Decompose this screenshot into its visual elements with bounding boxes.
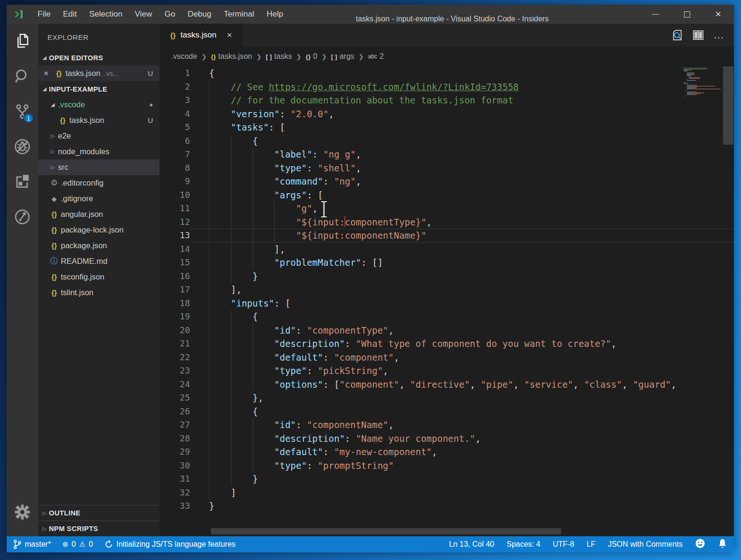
code-line[interactable]: 28 "description": "Name your component."… <box>160 432 734 446</box>
notifications-bell-icon[interactable] <box>718 538 727 551</box>
code-token: "inputs" <box>231 298 275 308</box>
source-control-icon[interactable]: 1 <box>7 94 38 129</box>
code-line[interactable]: 3 // for the documentation about the tas… <box>160 93 734 107</box>
code-line[interactable]: 31 } <box>160 472 734 486</box>
gauge-extension-icon[interactable] <box>7 199 38 234</box>
encoding-setting[interactable]: UTF-8 <box>553 540 574 549</box>
tree-item--editorconfig[interactable]: ⚙.editorconfig <box>38 175 160 191</box>
line-number: 11 <box>160 202 190 215</box>
tab-close-icon[interactable]: × <box>227 30 232 40</box>
settings-gear-icon[interactable] <box>7 495 38 530</box>
tab-tasks-json[interactable]: {} tasks.json × <box>160 24 243 47</box>
code-line[interactable]: 1{ <box>160 66 734 80</box>
code-line[interactable]: 5 "tasks": [ <box>160 121 734 134</box>
code-line[interactable]: 24 "options": ["component", "directive",… <box>160 378 734 392</box>
code-editor[interactable]: 1{2 // See https://go.microsoft.com/fwli… <box>160 66 734 536</box>
close-editor-icon[interactable]: × <box>44 69 53 78</box>
eol-setting[interactable]: LF <box>587 540 596 549</box>
cursor-position[interactable]: Ln 13, Col 40 <box>449 540 494 549</box>
code-line[interactable]: 8 "type": "shell", <box>160 161 734 175</box>
section-open-editors[interactable]: ◢ OPEN EDITORS <box>38 50 160 65</box>
code-line[interactable]: 4 "version": "2.0.0", <box>160 107 734 121</box>
code-line[interactable]: 23 "type": "pickString", <box>160 364 734 378</box>
code-line[interactable]: 15 "problemMatcher": [] <box>160 256 734 270</box>
code-line[interactable]: 32 ] <box>160 486 734 500</box>
code-token: , <box>573 379 584 390</box>
menu-selection[interactable]: Selection <box>83 5 129 24</box>
tree-item-README-md[interactable]: ⓘREADME.md <box>38 253 160 269</box>
code-line[interactable]: 6 { <box>160 134 734 148</box>
language-status-message[interactable]: Initializing JS/TS language features <box>104 540 236 549</box>
tree-item-e2e[interactable]: ▷e2e <box>38 128 160 144</box>
code-line[interactable]: 18 "inputs": [ <box>160 297 734 310</box>
menu-edit[interactable]: Edit <box>57 5 83 24</box>
menu-file[interactable]: File <box>31 5 57 24</box>
code-line[interactable]: 11 "g", <box>160 202 734 215</box>
search-icon[interactable] <box>7 59 38 94</box>
tree-item-tslint-json[interactable]: {}tslint.json <box>38 285 160 300</box>
code-line[interactable]: 22 "default": "component", <box>160 351 734 364</box>
code-line[interactable]: 27 "id": "componentName", <box>160 418 734 432</box>
code-line[interactable]: 7 "label": "ng g", <box>160 148 734 161</box>
code-line[interactable]: 17 ], <box>160 283 734 297</box>
code-line[interactable]: 26 { <box>160 405 734 419</box>
menu-view[interactable]: View <box>129 5 159 24</box>
tree-item-tasks-json[interactable]: {}tasks.jsonU <box>38 112 160 128</box>
tree-item-src[interactable]: ▷src <box>38 159 160 175</box>
open-editor-item[interactable]: × {} tasks.json .vs... U <box>38 65 160 81</box>
tree-item-tsconfig-json[interactable]: {}tsconfig.json <box>38 269 160 285</box>
explorer-icon[interactable] <box>7 24 38 59</box>
menu-terminal[interactable]: Terminal <box>218 5 260 24</box>
feedback-smiley-icon[interactable] <box>695 538 705 551</box>
code-line[interactable]: 29 "default": "my-new-component", <box>160 445 734 459</box>
problems-indicator[interactable]: ⊗ 0 ⚠ 0 <box>62 540 93 549</box>
debug-disabled-icon[interactable] <box>7 129 38 164</box>
tree-item-package-json[interactable]: {}package.json <box>38 238 160 253</box>
breadcrumb-0[interactable]: {}0 <box>306 52 317 61</box>
code-line[interactable]: 10 "args": [ <box>160 188 734 202</box>
vertical-scrollbar-thumb[interactable] <box>723 66 733 145</box>
breadcrumb-tasks[interactable]: [ ]tasks <box>266 52 292 61</box>
code-line[interactable]: 21 "description": "What type of componen… <box>160 337 734 351</box>
section-outline[interactable]: ▷OUTLINE <box>38 505 160 521</box>
branch-indicator[interactable]: master* <box>13 539 51 550</box>
breadcrumb-2[interactable]: abc2 <box>368 52 384 61</box>
tree-item--gitignore[interactable]: ◆.gitignore <box>38 191 160 206</box>
code-line[interactable]: 19 { <box>160 310 734 324</box>
section-npm-scripts[interactable]: ▷NPM SCRIPTS <box>38 521 160 536</box>
code-line[interactable]: 25 }, <box>160 391 734 405</box>
code-line[interactable]: 9 "command": "ng", <box>160 175 734 188</box>
menu-help[interactable]: Help <box>260 5 289 24</box>
indentation-setting[interactable]: Spaces: 4 <box>506 540 540 549</box>
section-folder-root[interactable]: ◢ INPUT-EXAMPLE <box>38 81 160 97</box>
extensions-icon[interactable] <box>7 164 38 199</box>
code-line[interactable]: 33} <box>160 499 734 513</box>
breadcrumb-tasks-json[interactable]: {}tasks.json <box>211 52 252 61</box>
menu-debug[interactable]: Debug <box>181 5 218 24</box>
open-preview-icon[interactable] <box>669 27 685 43</box>
close-button[interactable]: × <box>703 5 734 24</box>
tree-item--vscode[interactable]: ◢.vscode● <box>38 97 160 112</box>
breadcrumb-args[interactable]: [ ]args <box>331 52 354 61</box>
code-line[interactable]: 12 "${input:componentType}", <box>160 215 734 229</box>
more-actions-icon[interactable]: … <box>711 27 727 43</box>
tree-item-node-modules[interactable]: ▷node_modules <box>38 144 160 159</box>
horizontal-scrollbar-thumb[interactable] <box>211 528 561 534</box>
minimize-icon <box>652 14 659 15</box>
vertical-scrollbar[interactable] <box>722 66 734 536</box>
code-line[interactable]: 13 "${input:componentName}" <box>160 229 734 243</box>
code-line[interactable]: 16 } <box>160 270 734 283</box>
minimize-button[interactable] <box>640 5 671 24</box>
language-mode[interactable]: JSON with Comments <box>608 540 683 549</box>
breadcrumb--vscode[interactable]: .vscode <box>171 52 197 61</box>
maximize-button[interactable] <box>671 5 703 24</box>
tree-item-package-lock-json[interactable]: {}package-lock.json <box>38 222 160 238</box>
tree-item-angular-json[interactable]: {}angular.json <box>38 206 160 222</box>
code-line[interactable]: 2 // See https://go.microsoft.com/fwlink… <box>160 80 734 94</box>
minimap[interactable] <box>682 66 722 98</box>
code-line[interactable]: 14 ], <box>160 243 734 256</box>
code-line[interactable]: 30 "type": "promptString" <box>160 459 734 473</box>
menu-go[interactable]: Go <box>158 5 181 24</box>
split-editor-icon[interactable] <box>690 27 706 43</box>
code-line[interactable]: 20 "id": "componentType", <box>160 324 734 337</box>
